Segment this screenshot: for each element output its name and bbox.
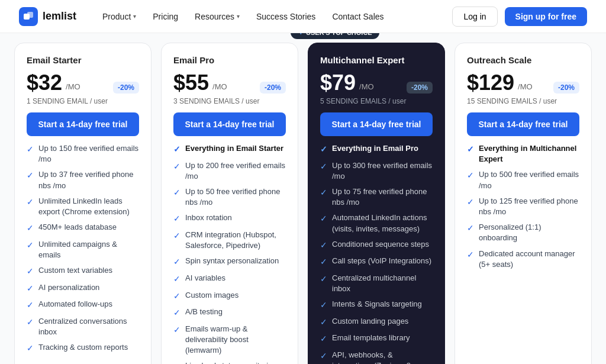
check-icon: ✓ xyxy=(27,317,34,328)
check-icon: ✓ xyxy=(27,197,34,208)
list-item: ✓Centralized multichannel inbox xyxy=(320,273,433,294)
list-item: ✓Dedicated account manager (5+ seats) xyxy=(467,249,579,270)
check-icon: ✓ xyxy=(320,273,327,285)
list-item: ✓Up to 50 free verified phone nbs /mo xyxy=(173,186,286,208)
nav-contact-sales[interactable]: Contact Sales xyxy=(325,8,391,25)
plan-name: Email Starter xyxy=(27,55,139,65)
plan-card-multichannel-expert: Multichannel Expert $79 /MO -20% 5 SENDI… xyxy=(308,43,445,364)
signup-button[interactable]: Sign up for free xyxy=(505,7,587,26)
plan-price: $129 xyxy=(467,72,514,94)
list-item: ✓Everything in Email Starter xyxy=(173,143,286,156)
chevron-down-icon: ▾ xyxy=(237,13,240,20)
sending-info: 5 SENDING EMAILS / user xyxy=(320,97,433,105)
login-button[interactable]: Log in xyxy=(452,7,497,27)
plan-period: /MO xyxy=(359,82,374,91)
check-icon: ✓ xyxy=(467,197,474,208)
discount-badge: -20% xyxy=(553,82,579,94)
list-item: ✓A/B testing xyxy=(173,307,286,319)
list-item: ✓Up to 125 free verified phone nbs /mo xyxy=(467,196,579,217)
check-icon: ✓ xyxy=(320,240,327,252)
price-row: $32 /MO -20% xyxy=(27,72,139,94)
check-icon: ✓ xyxy=(173,161,180,173)
check-icon: ✓ xyxy=(320,187,327,199)
check-icon: ✓ xyxy=(320,317,327,328)
check-icon: ✓ xyxy=(173,361,180,364)
logo-text: lemlist xyxy=(43,10,76,22)
list-item: ✓Custom text variables xyxy=(27,265,139,278)
plan-period: /MO xyxy=(66,82,80,91)
list-item: ✓AI personalization xyxy=(27,282,139,295)
list-item: ✓Call steps (VoIP Integrations) xyxy=(320,256,433,268)
check-icon: ✓ xyxy=(467,144,474,156)
check-icon: ✓ xyxy=(467,170,474,182)
list-item: ✓Unlimited campaigns & emails xyxy=(27,239,139,260)
logo-icon xyxy=(19,7,38,26)
plan-period: /MO xyxy=(212,82,227,91)
list-item: ✓API, webhooks, & integrations (Zapier, … xyxy=(320,350,433,364)
nav-actions: Log in Sign up for free xyxy=(452,7,587,27)
nav-success-stories[interactable]: Success Stories xyxy=(249,8,323,25)
check-icon: ✓ xyxy=(27,283,34,295)
list-item: ✓Intents & Signals targeting xyxy=(320,299,433,311)
check-icon: ✓ xyxy=(173,187,180,199)
check-icon: ✓ xyxy=(173,324,180,336)
plan-name: Outreach Scale xyxy=(467,55,579,65)
discount-badge: -20% xyxy=(260,82,286,94)
list-item: ✓Tracking & custom reports xyxy=(27,342,139,355)
check-icon: ✓ xyxy=(467,223,474,234)
plan-name: Multichannel Expert xyxy=(320,55,433,65)
check-icon: ✓ xyxy=(320,161,327,173)
list-item: ✓Up to 150 free verified emails /mo xyxy=(27,143,139,165)
check-icon: ✓ xyxy=(320,256,327,268)
check-icon: ✓ xyxy=(320,144,327,156)
nav-pricing[interactable]: Pricing xyxy=(146,8,185,25)
price-row: $55 /MO -20% xyxy=(173,72,286,94)
list-item: ✓Custom landing pages xyxy=(320,316,433,328)
check-icon: ✓ xyxy=(27,170,34,182)
list-item: ✓CRM integration (Hubspot, Salesforce, P… xyxy=(173,230,286,251)
trial-button[interactable]: Start a 14-day free trial xyxy=(320,112,433,136)
check-icon: ✓ xyxy=(27,223,34,234)
nav-links: Product ▾ Pricing Resources ▾ Success St… xyxy=(95,8,452,25)
list-item: ✓Live lead status monitoring xyxy=(173,360,286,364)
navbar: lemlist Product ▾ Pricing Resources ▾ Su… xyxy=(0,0,606,33)
list-item: ✓Automated follow-ups xyxy=(27,299,139,311)
nav-product[interactable]: Product ▾ xyxy=(95,8,143,25)
list-item: ✓Up to 75 free verified phone nbs /mo xyxy=(320,186,433,208)
check-icon: ✓ xyxy=(173,230,180,242)
list-item: ✓Everything in Email Pro xyxy=(320,143,433,156)
list-item: ✓Email templates library xyxy=(320,333,433,345)
list-item: ✓Automated LinkedIn actions (visits, inv… xyxy=(320,212,433,234)
check-icon: ✓ xyxy=(173,291,180,302)
check-icon: ✓ xyxy=(320,333,327,345)
check-icon: ✓ xyxy=(27,240,34,252)
list-item: ✓Custom images xyxy=(173,290,286,302)
check-icon: ✓ xyxy=(467,249,474,261)
plan-name: Email Pro xyxy=(173,55,286,65)
plan-card-email-starter: Email Starter $32 /MO -20% 1 SENDING EMA… xyxy=(14,43,152,364)
list-item: ✓Up to 200 free verified emails /mo xyxy=(173,160,286,182)
plan-card-outreach-scale: Outreach Scale $129 /MO -20% 15 SENDING … xyxy=(454,43,592,364)
trial-button[interactable]: Start a 14-day free trial xyxy=(27,112,139,136)
plan-price: $79 xyxy=(320,72,356,94)
nav-resources[interactable]: Resources ▾ xyxy=(188,8,247,25)
list-item: ✓Up to 300 free verified emails /mo xyxy=(320,160,433,182)
list-item: ✓Up to 500 free verified emails /mo xyxy=(467,169,579,191)
trial-button[interactable]: Start a 14-day free trial xyxy=(173,112,286,136)
trial-button[interactable]: Start a 14-day free trial xyxy=(467,112,579,136)
check-icon: ✓ xyxy=(320,299,327,311)
features-list: ✓Everything in Email Pro ✓Up to 300 free… xyxy=(320,143,433,364)
check-icon: ✓ xyxy=(27,299,34,311)
check-icon: ✓ xyxy=(173,307,180,319)
logo[interactable]: lemlist xyxy=(19,7,76,26)
list-item: ✓Everything in Multichannel Expert xyxy=(467,143,579,165)
list-item: ✓Spin syntax personalization xyxy=(173,256,286,268)
list-item: ✓Unlimited LinkedIn leads export (Chrome… xyxy=(27,196,139,217)
list-item: ✓Emails warm-up & deliverability boost (… xyxy=(173,324,286,356)
chevron-down-icon: ▾ xyxy=(133,13,136,20)
plan-card-email-pro: Email Pro $55 /MO -20% 3 SENDING EMAILS … xyxy=(161,43,298,364)
check-icon: ✓ xyxy=(27,144,34,156)
check-icon: ✓ xyxy=(27,266,34,278)
check-icon: ✓ xyxy=(173,213,180,225)
check-icon: ✓ xyxy=(27,343,34,355)
